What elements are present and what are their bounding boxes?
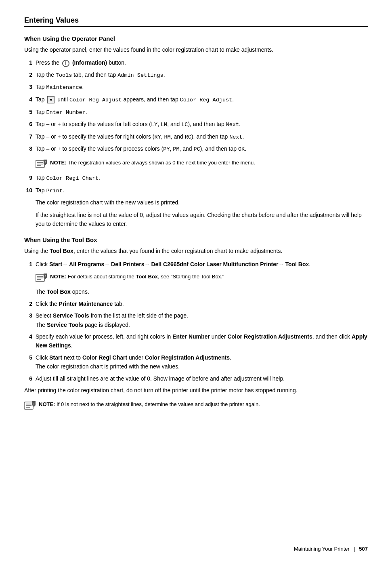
list-item: 3 Tap Maintenance. [24,82,368,92]
svg-text:!: ! [45,274,46,278]
step-content: Tap – or + to specify the values for lef… [36,120,368,129]
step-number: 9 [24,173,36,182]
step-number: 4 [24,332,36,341]
info-icon: i [62,60,69,67]
straightest-line-para: If the straightest line is not at the va… [36,210,368,229]
list-item: 7 Tap – or + to specify the values for r… [24,132,368,142]
list-item: 1 Click Start→ All Programs→ Dell Printe… [24,260,368,297]
list-item: 4 Tap ▼ until Color Reg Adjust appears, … [24,95,368,105]
step-content: Tap Enter Number. [36,107,368,117]
step-content: Tap the Tools tab, and then tap Admin Se… [36,70,368,80]
operator-panel-steps-continued: 9 Tap Color Regi Chart. 10 Tap Print. [24,173,368,195]
step-content: Specify each value for process, left, an… [36,332,368,350]
step-number: 1 [24,260,36,269]
chart-printed-para: The color registration chart with the ne… [36,198,368,207]
operator-panel-steps: 1 Press the i (Information) button. 2 Ta… [24,58,368,154]
step-content: Select Service Tools from the list at th… [36,311,368,329]
tool-box-intro: Using the Tool Box, enter the values tha… [24,246,368,255]
footer-label: Maintaining Your Printer [294,546,350,552]
after-printing-para: After printing the color registration ch… [24,386,368,395]
list-item: 4 Specify each value for process, left, … [24,332,368,350]
list-item: 8 Tap – or + to specify the values for p… [24,144,368,154]
step-content: Tap Color Regi Chart. [36,173,368,183]
note-text-final: NOTE: If 0 is not next to the straightes… [39,400,260,408]
step-number: 6 [24,374,36,383]
step-content: Tap – or + to specify the values for rig… [36,132,368,142]
step-content: Press the i (Information) button. [36,58,368,67]
svg-text:!: ! [34,402,35,406]
list-item: 6 Tap – or + to specify the values for l… [24,120,368,129]
list-item: 6 Adjust till all straight lines are at … [24,374,368,383]
note-icon: ! [36,160,47,168]
page-container: Entering Values When Using the Operator … [0,0,392,447]
step-number: 2 [24,299,36,308]
footer-page-number: 507 [359,546,368,552]
list-item: 5 Tap Enter Number. [24,107,368,117]
note-icon-final: ! [24,401,36,410]
list-item: 5 Click Start next to Color Regi Chart u… [24,353,368,371]
step-number: 8 [24,144,36,153]
step-content: Tap – or + to specify the values for pro… [36,144,368,154]
step-content: Tap Print. [36,186,368,196]
tool-box-steps: 1 Click Start→ All Programs→ Dell Printe… [24,260,368,383]
list-item: 9 Tap Color Regi Chart. [24,173,368,183]
list-item: 2 Click the Printer Maintenance tab. [24,299,368,308]
step-content: Tap Maintenance. [36,82,368,92]
operator-panel-intro: Using the operator panel, enter the valu… [24,45,368,54]
step-number: 3 [24,311,36,320]
note-text-toolbox: NOTE: For details about starting the Too… [50,273,224,281]
note-text-1: NOTE: The registration values are always… [50,159,255,167]
note-box-final: ! NOTE: If 0 is not next to the straight… [24,399,368,412]
note-box-1: ! NOTE: The registration values are alwa… [36,157,368,170]
list-item: 1 Press the i (Information) button. [24,58,368,67]
step-content: Click Start next to Color Regi Chart und… [36,353,368,371]
page-title: Entering Values [24,16,368,27]
step-number: 5 [24,353,36,362]
step-number: 3 [24,82,36,91]
step-content: Click the Printer Maintenance tab. [36,299,368,308]
footer: Maintaining Your Printer | 507 [294,546,368,552]
tool-box-heading: When Using the Tool Box [24,236,368,243]
dropdown-icon: ▼ [47,96,55,103]
list-item: 2 Tap the Tools tab, and then tap Admin … [24,70,368,80]
step-content: Adjust till all straight lines are at th… [36,374,368,383]
note-box-toolbox: ! NOTE: For details about starting the T… [36,271,368,284]
step-number: 4 [24,95,36,104]
list-item: 10 Tap Print. [24,186,368,196]
step-number: 2 [24,70,36,79]
step-number: 1 [24,58,36,67]
svg-text:!: ! [45,160,46,164]
step-number: 5 [24,107,36,116]
step-content: Tap ▼ until Color Reg Adjust appears, an… [36,95,368,105]
operator-panel-heading: When Using the Operator Panel [24,35,368,42]
list-item: 3 Select Service Tools from the list at … [24,311,368,329]
step-content: Click Start→ All Programs→ Dell Printers… [36,260,368,297]
note-icon: ! [36,274,47,282]
step-number: 7 [24,132,36,141]
step-number: 6 [24,120,36,128]
step-number: 10 [24,186,36,195]
footer-separator: | [354,546,355,552]
